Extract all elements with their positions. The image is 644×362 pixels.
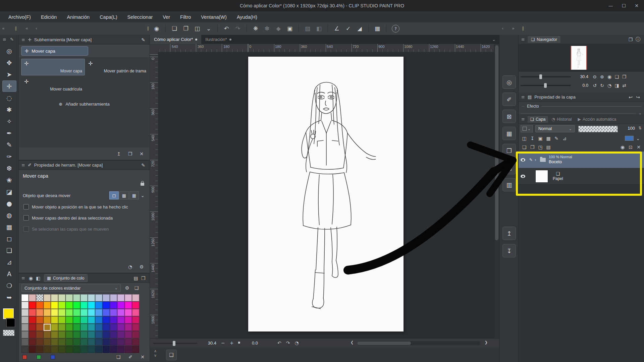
color-swatch[interactable]	[80, 324, 88, 331]
color-swatch[interactable]	[58, 294, 65, 301]
collapse-left-icon[interactable]: «	[2, 26, 5, 31]
color-swatch[interactable]	[95, 302, 102, 309]
color-swatch[interactable]	[51, 309, 58, 316]
combine-checkbox-icon[interactable]	[523, 127, 527, 131]
checkbox-icon[interactable]	[23, 204, 29, 209]
figure-tool[interactable]: ◻	[2, 233, 16, 244]
color-swatch[interactable]	[21, 324, 29, 331]
color-swatch[interactable]	[95, 316, 102, 323]
checkbox-move-to-click[interactable]: Mover objeto a posición en la que se ha …	[23, 204, 128, 209]
close-button[interactable]: ✕	[635, 3, 639, 8]
color-swatch[interactable]	[103, 339, 110, 346]
color-swatch[interactable]	[73, 324, 80, 331]
undo-icon[interactable]: ↶	[221, 23, 231, 34]
color-swatch[interactable]	[117, 294, 124, 301]
color-swatch[interactable]	[29, 331, 36, 338]
color-swatch[interactable]	[117, 339, 124, 346]
color-swatch[interactable]	[21, 346, 29, 353]
color-swatch[interactable]	[44, 309, 51, 316]
panel-menu-icon[interactable]: ≡	[21, 163, 25, 168]
material-panel-icon[interactable]: ▦	[502, 127, 516, 140]
zoom-out-icon[interactable]: ⊖	[591, 73, 598, 80]
chevron-down-icon[interactable]: ∨	[154, 353, 157, 358]
color-swatch[interactable]	[21, 309, 29, 316]
color-swatch[interactable]	[88, 331, 95, 338]
combine-mode-button[interactable]: ⌄	[521, 125, 533, 132]
rotate-left-icon[interactable]: ↺	[591, 82, 598, 89]
color-swatch[interactable]	[73, 302, 80, 309]
panel-expand-icon[interactable]: »	[512, 26, 515, 31]
color-swatch[interactable]	[110, 294, 117, 301]
tab-navegador[interactable]: ❏ Navegador	[528, 36, 560, 43]
edit-panel-icon[interactable]: ✎	[140, 162, 147, 169]
flip-horizontal-icon[interactable]: ◨	[613, 82, 621, 89]
foreground-color-swatch[interactable]	[3, 308, 14, 319]
color-swatch[interactable]	[66, 346, 73, 353]
color-swatch[interactable]	[88, 309, 95, 316]
zoom-out-icon[interactable]: −	[221, 340, 225, 346]
color-swatch[interactable]	[125, 294, 132, 301]
help-icon[interactable]: ?	[392, 25, 399, 33]
color-swatch[interactable]	[44, 339, 51, 346]
subtool-item-mover-cuadricula[interactable]: ✛ Mover cuadrícula	[21, 77, 85, 94]
clear-icon[interactable]: ✽	[262, 23, 272, 34]
deselect-icon[interactable]: ◧	[314, 23, 324, 34]
color-swatch[interactable]	[36, 309, 43, 316]
color-swatch[interactable]	[110, 331, 117, 338]
brush-tool[interactable]: ✑	[2, 151, 16, 162]
ruler-tool[interactable]: ⊿	[2, 256, 16, 268]
color-swatch[interactable]	[103, 316, 110, 323]
figure-icon[interactable]: ◆	[273, 23, 283, 34]
color-swatch[interactable]	[29, 316, 36, 323]
color-swatch[interactable]	[110, 324, 117, 331]
color-swatch[interactable]	[44, 302, 51, 309]
zoom-in-icon[interactable]: ⊕	[598, 73, 606, 80]
color-swatch[interactable]	[125, 302, 132, 309]
blend-mode-select[interactable]: Normal ⌄	[535, 125, 575, 132]
color-swatch[interactable]	[103, 346, 110, 353]
color-swatch[interactable]	[58, 302, 65, 309]
color-swatch[interactable]	[125, 324, 132, 331]
panel-menu-icon[interactable]: ≡	[21, 276, 25, 281]
tool-edit-icon[interactable]: ✎	[10, 37, 14, 42]
opacity-spinner-icon[interactable]: ⇅	[638, 126, 642, 130]
edit-colorset-icon[interactable]: ⚙	[123, 285, 131, 291]
panel-redo-icon[interactable]: ↪	[634, 94, 642, 101]
eraser-tool[interactable]: ◪	[2, 186, 16, 197]
zoom-slider-handle[interactable]	[173, 341, 175, 346]
layer-color-chip[interactable]	[625, 136, 634, 141]
panel-menu-icon[interactable]: ≡	[21, 37, 25, 42]
color-swatch[interactable]	[103, 302, 110, 309]
color-swatch[interactable]	[103, 324, 110, 331]
color-swatch[interactable]	[73, 316, 80, 323]
vertical-scrollbar[interactable]	[494, 44, 499, 338]
color-swatch[interactable]	[44, 316, 51, 323]
color-swatch[interactable]	[51, 339, 58, 346]
merge-down-icon[interactable]: ↧	[529, 135, 536, 142]
material-import-icon[interactable]: ↧	[502, 244, 516, 257]
color-swatch[interactable]	[51, 294, 58, 301]
color-swatch[interactable]	[125, 309, 132, 316]
color-swatch[interactable]	[117, 316, 124, 323]
color-swatch[interactable]	[66, 302, 73, 309]
color-swatch[interactable]	[132, 309, 139, 316]
tab-capa[interactable]: ❑Capa	[528, 116, 548, 123]
page-manager-button[interactable]: ❑	[166, 350, 177, 360]
recent-color-chip[interactable]	[51, 355, 55, 359]
color-swatch[interactable]	[95, 309, 102, 316]
horizontal-scrollbar[interactable]	[357, 341, 481, 345]
color-swatch[interactable]	[125, 339, 132, 346]
auto-select-tool[interactable]: ✱	[2, 104, 16, 115]
magnifier-panel-icon[interactable]: ◎	[502, 75, 516, 89]
menu-item-3[interactable]: Capa(L)	[95, 12, 122, 22]
color-swatch[interactable]	[58, 309, 65, 316]
enable-mask-icon[interactable]: ⊿	[561, 135, 568, 142]
panel-menu-icon[interactable]: ≡	[3, 37, 6, 42]
zoom-slider-handle[interactable]	[539, 74, 542, 79]
menu-item-4[interactable]: Seleccionar	[122, 12, 158, 22]
color-swatch[interactable]	[103, 294, 110, 301]
color-swatch[interactable]	[36, 302, 43, 309]
color-swatch[interactable]	[29, 346, 36, 353]
move-tone-pattern-button[interactable]: ▩	[119, 191, 129, 199]
tab-historial[interactable]: ◔Historial	[549, 116, 574, 123]
